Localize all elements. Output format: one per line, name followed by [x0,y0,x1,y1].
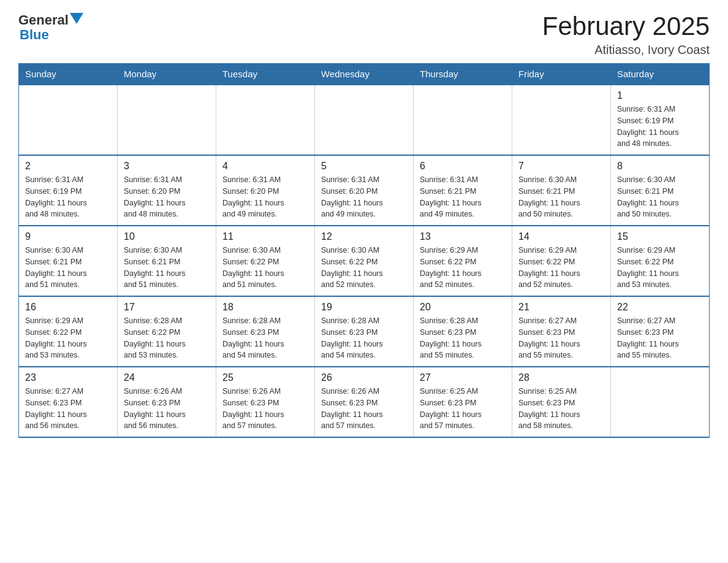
day-cell: 9Sunrise: 6:30 AMSunset: 6:21 PMDaylight… [19,226,118,296]
day-cell: 19Sunrise: 6:28 AMSunset: 6:23 PMDayligh… [315,296,414,367]
logo-blue-text: Blue [20,27,49,43]
day-cell [611,367,710,437]
day-info: Sunrise: 6:31 AMSunset: 6:19 PMDaylight:… [25,174,111,220]
day-info: Sunrise: 6:26 AMSunset: 6:23 PMDaylight:… [222,386,308,432]
day-info: Sunrise: 6:31 AMSunset: 6:21 PMDaylight:… [420,174,506,220]
day-cell: 7Sunrise: 6:30 AMSunset: 6:21 PMDaylight… [512,155,611,226]
day-number: 1 [617,90,703,101]
day-number: 17 [124,302,210,313]
day-cell: 23Sunrise: 6:27 AMSunset: 6:23 PMDayligh… [19,367,118,437]
day-info: Sunrise: 6:31 AMSunset: 6:20 PMDaylight:… [321,174,407,220]
day-info: Sunrise: 6:28 AMSunset: 6:23 PMDaylight:… [321,315,407,361]
week-row-3: 9Sunrise: 6:30 AMSunset: 6:21 PMDaylight… [19,226,710,296]
day-info: Sunrise: 6:27 AMSunset: 6:23 PMDaylight:… [518,315,604,361]
day-cell: 18Sunrise: 6:28 AMSunset: 6:23 PMDayligh… [216,296,315,367]
day-info: Sunrise: 6:31 AMSunset: 6:20 PMDaylight:… [124,174,210,220]
day-info: Sunrise: 6:30 AMSunset: 6:21 PMDaylight:… [25,245,111,291]
calendar-title: February 2025 [542,12,710,40]
day-cell: 24Sunrise: 6:26 AMSunset: 6:23 PMDayligh… [118,367,216,437]
day-cell: 8Sunrise: 6:30 AMSunset: 6:21 PMDaylight… [611,155,710,226]
logo-icon [70,13,83,24]
day-cell: 25Sunrise: 6:26 AMSunset: 6:23 PMDayligh… [216,367,315,437]
day-number: 15 [617,231,703,242]
day-cell: 6Sunrise: 6:31 AMSunset: 6:21 PMDaylight… [414,155,512,226]
day-info: Sunrise: 6:28 AMSunset: 6:23 PMDaylight:… [222,315,308,361]
day-info: Sunrise: 6:28 AMSunset: 6:22 PMDaylight:… [124,315,210,361]
day-cell: 26Sunrise: 6:26 AMSunset: 6:23 PMDayligh… [315,367,414,437]
svg-marker-0 [70,13,83,24]
week-row-2: 2Sunrise: 6:31 AMSunset: 6:19 PMDaylight… [19,155,710,226]
day-cell: 28Sunrise: 6:25 AMSunset: 6:23 PMDayligh… [512,367,611,437]
day-info: Sunrise: 6:29 AMSunset: 6:22 PMDaylight:… [617,245,703,291]
day-number: 4 [222,161,308,172]
week-row-4: 16Sunrise: 6:29 AMSunset: 6:22 PMDayligh… [19,296,710,367]
day-number: 2 [25,161,111,172]
day-info: Sunrise: 6:29 AMSunset: 6:22 PMDaylight:… [420,245,506,291]
day-number: 11 [222,231,308,242]
day-number: 3 [124,161,210,172]
title-block: February 2025 Atitiasso, Ivory Coast [542,12,710,57]
day-info: Sunrise: 6:27 AMSunset: 6:23 PMDaylight:… [617,315,703,361]
calendar-table: SundayMondayTuesdayWednesdayThursdayFrid… [18,63,710,438]
weekday-header-wednesday: Wednesday [315,64,414,85]
day-cell [19,85,118,155]
day-number: 8 [617,161,703,172]
day-number: 18 [222,302,308,313]
day-cell: 22Sunrise: 6:27 AMSunset: 6:23 PMDayligh… [611,296,710,367]
day-cell: 20Sunrise: 6:28 AMSunset: 6:23 PMDayligh… [414,296,512,367]
weekday-header-sunday: Sunday [19,64,118,85]
weekday-header-thursday: Thursday [414,64,512,85]
day-number: 13 [420,231,506,242]
weekday-header-saturday: Saturday [611,64,710,85]
day-info: Sunrise: 6:29 AMSunset: 6:22 PMDaylight:… [25,315,111,361]
day-number: 9 [25,231,111,242]
day-info: Sunrise: 6:30 AMSunset: 6:21 PMDaylight:… [617,174,703,220]
day-cell: 4Sunrise: 6:31 AMSunset: 6:20 PMDaylight… [216,155,315,226]
day-number: 16 [25,302,111,313]
day-info: Sunrise: 6:30 AMSunset: 6:22 PMDaylight:… [321,245,407,291]
day-cell: 11Sunrise: 6:30 AMSunset: 6:22 PMDayligh… [216,226,315,296]
day-cell: 27Sunrise: 6:25 AMSunset: 6:23 PMDayligh… [414,367,512,437]
day-cell [118,85,216,155]
page-header: General Blue February 2025 Atitiasso, Iv… [18,12,710,57]
day-number: 6 [420,161,506,172]
weekday-header-tuesday: Tuesday [216,64,315,85]
logo-general-text: General [18,12,69,28]
day-cell [414,85,512,155]
day-info: Sunrise: 6:30 AMSunset: 6:21 PMDaylight:… [124,245,210,291]
day-info: Sunrise: 6:29 AMSunset: 6:22 PMDaylight:… [518,245,604,291]
day-cell: 13Sunrise: 6:29 AMSunset: 6:22 PMDayligh… [414,226,512,296]
day-info: Sunrise: 6:30 AMSunset: 6:22 PMDaylight:… [222,245,308,291]
day-info: Sunrise: 6:25 AMSunset: 6:23 PMDaylight:… [420,386,506,432]
day-cell: 5Sunrise: 6:31 AMSunset: 6:20 PMDaylight… [315,155,414,226]
day-number: 14 [518,231,604,242]
day-info: Sunrise: 6:31 AMSunset: 6:20 PMDaylight:… [222,174,308,220]
day-number: 28 [518,372,604,383]
day-number: 21 [518,302,604,313]
day-cell: 10Sunrise: 6:30 AMSunset: 6:21 PMDayligh… [118,226,216,296]
day-info: Sunrise: 6:31 AMSunset: 6:19 PMDaylight:… [617,104,703,150]
day-info: Sunrise: 6:27 AMSunset: 6:23 PMDaylight:… [25,386,111,432]
day-number: 26 [321,372,407,383]
day-cell [216,85,315,155]
day-number: 20 [420,302,506,313]
day-cell: 1Sunrise: 6:31 AMSunset: 6:19 PMDaylight… [611,85,710,155]
day-number: 19 [321,302,407,313]
week-row-1: 1Sunrise: 6:31 AMSunset: 6:19 PMDaylight… [19,85,710,155]
weekday-row: SundayMondayTuesdayWednesdayThursdayFrid… [19,64,710,85]
day-cell: 16Sunrise: 6:29 AMSunset: 6:22 PMDayligh… [19,296,118,367]
day-number: 23 [25,372,111,383]
day-number: 10 [124,231,210,242]
day-info: Sunrise: 6:26 AMSunset: 6:23 PMDaylight:… [124,386,210,432]
calendar-body: 1Sunrise: 6:31 AMSunset: 6:19 PMDaylight… [19,85,710,437]
week-row-5: 23Sunrise: 6:27 AMSunset: 6:23 PMDayligh… [19,367,710,437]
day-number: 12 [321,231,407,242]
logo: General Blue [18,12,83,43]
logo-line1: General [18,12,83,28]
day-cell: 12Sunrise: 6:30 AMSunset: 6:22 PMDayligh… [315,226,414,296]
weekday-header-monday: Monday [118,64,216,85]
day-number: 24 [124,372,210,383]
day-cell [315,85,414,155]
calendar-subtitle: Atitiasso, Ivory Coast [542,43,710,57]
day-number: 25 [222,372,308,383]
